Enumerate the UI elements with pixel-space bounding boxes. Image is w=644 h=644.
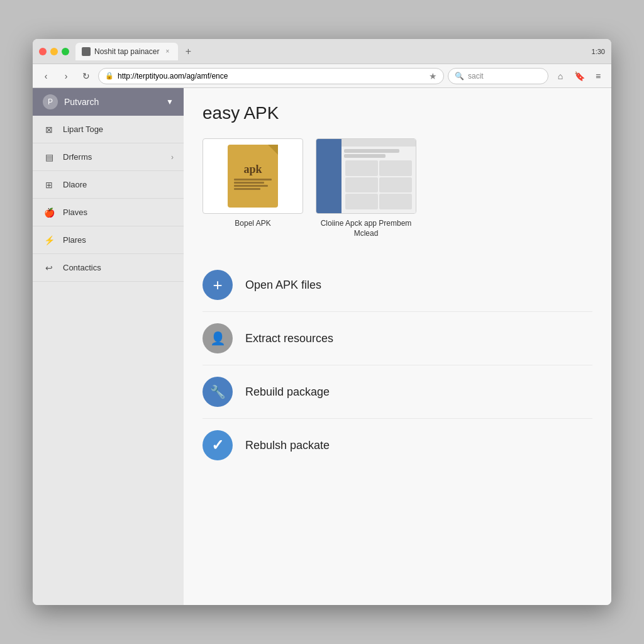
apk-icon: apk [228,145,278,208]
app-screenshot [316,139,416,213]
sidebar-item-label: Lipart Toge [63,125,103,134]
tab-close-button[interactable]: × [163,47,172,56]
browser-window: Noshit tap painacer × + 1:30 ‹ › ↻ 🔒 htt… [33,39,611,605]
sidebar-item-drferms[interactable]: ▤ Drferms › [33,143,184,171]
new-tab-button[interactable]: + [180,44,196,59]
rebuild-package-icon: 🔧 [203,377,233,407]
sidebar-item-label: Contactics [63,263,101,272]
file-thumbnail-screenshot [316,138,416,214]
extract-resources-label: Extract resources [245,332,333,345]
sidebar-item-plaves[interactable]: 🍎 Plaves [33,199,184,226]
extract-resources-icon: 👤 [203,323,233,353]
page-content: easy APK apk [184,88,611,605]
page-title: easy APK [203,103,592,123]
sidebar-item-plares[interactable]: ⚡ Plares [33,226,184,254]
minimize-button[interactable] [50,48,58,55]
sidebar: P Putvarch ▼ ⊠ Lipart Toge ▤ Drferms › ⊞… [33,88,184,605]
tab-label: Noshit tap painacer [94,47,159,56]
sidebar-item-label: Dlaore [63,180,87,189]
sidebar-item-label: Drferms [63,152,92,162]
action-extract-resources[interactable]: 👤 Extract resources [203,312,592,365]
forward-button[interactable]: › [58,68,74,84]
chevron-right-icon: › [171,153,174,162]
open-apk-icon [203,270,233,300]
action-rebulsh-packate[interactable]: Rebulsh packate [203,419,592,472]
grid-icon: ⊞ [43,179,55,191]
rebuild-package-label: Rebuild package [245,386,330,399]
apple-icon: 🍎 [43,206,55,219]
tab-favicon [82,47,91,56]
traffic-lights [39,48,69,55]
action-open-apk[interactable]: Open APK files [203,258,592,312]
sidebar-item-lipart-toge[interactable]: ⊠ Lipart Toge [33,116,184,143]
reload-button[interactable]: ↻ [78,68,94,84]
home-button[interactable]: ⌂ [552,68,569,84]
fullscreen-button[interactable] [62,48,69,55]
rebulsh-packate-label: Rebulsh packate [245,439,330,452]
sidebar-header-label: Putvarch [64,97,99,107]
extra-nav-buttons: ⌂ 🔖 ≡ [552,68,606,84]
time-display: 1:30 [592,48,605,55]
sidebar-header-icon: P [43,94,58,109]
file-card-apk[interactable]: apk Bopel APK [203,138,303,238]
search-icon: 🔍 [455,72,464,80]
sidebar-item-dlaore[interactable]: ⊞ Dlaore [33,171,184,199]
sidebar-item-label: Plares [63,235,86,245]
menu-button[interactable]: ≡ [590,68,606,84]
actions-section: Open APK files 👤 Extract resources 🔧 Reb… [203,258,592,472]
lock-icon: 🔒 [105,72,114,80]
file-label-screenshot: Cloiine Apck app Prembem Mclead [316,219,416,238]
title-bar: Noshit tap painacer × + 1:30 [33,39,611,64]
list-icon: ▤ [43,151,55,164]
close-button[interactable] [39,48,47,55]
files-section: apk Bopel APK [203,138,592,238]
address-bar[interactable]: 🔒 http://terptityou.aom/ag/amf/ence ★ [98,68,444,84]
arrow-icon: ↩ [43,262,55,274]
sidebar-header[interactable]: P Putvarch ▼ [33,88,184,116]
rebulsh-packate-icon [203,430,233,460]
file-thumbnail-apk: apk [203,138,303,214]
open-apk-label: Open APK files [245,279,321,292]
lightning-icon: ⚡ [43,234,55,247]
action-rebuild-package[interactable]: 🔧 Rebuild package [203,365,592,419]
file-card-screenshot[interactable]: Cloiine Apck app Prembem Mclead [316,138,416,238]
file-label-apk: Bopel APK [235,219,270,229]
sidebar-item-contactics[interactable]: ↩ Contactics [33,254,184,282]
search-placeholder: sacit [468,72,484,80]
back-button[interactable]: ‹ [38,68,54,84]
bookmark-star-icon[interactable]: ★ [429,71,437,81]
sidebar-collapse-arrow[interactable]: ▼ [166,97,174,106]
nav-bar: ‹ › ↻ 🔒 http://terptityou.aom/ag/amf/enc… [33,64,611,88]
box-icon: ⊠ [43,123,55,136]
address-text: http://terptityou.aom/ag/amf/ence [118,72,228,80]
sidebar-item-label: Plaves [63,208,87,217]
bookmark-button[interactable]: 🔖 [571,68,587,84]
active-tab[interactable]: Noshit tap painacer × [75,43,178,60]
browser-body: P Putvarch ▼ ⊠ Lipart Toge ▤ Drferms › ⊞… [33,88,611,605]
tab-bar: Noshit tap painacer × + [75,43,592,60]
search-bar[interactable]: 🔍 sacit [448,68,548,84]
